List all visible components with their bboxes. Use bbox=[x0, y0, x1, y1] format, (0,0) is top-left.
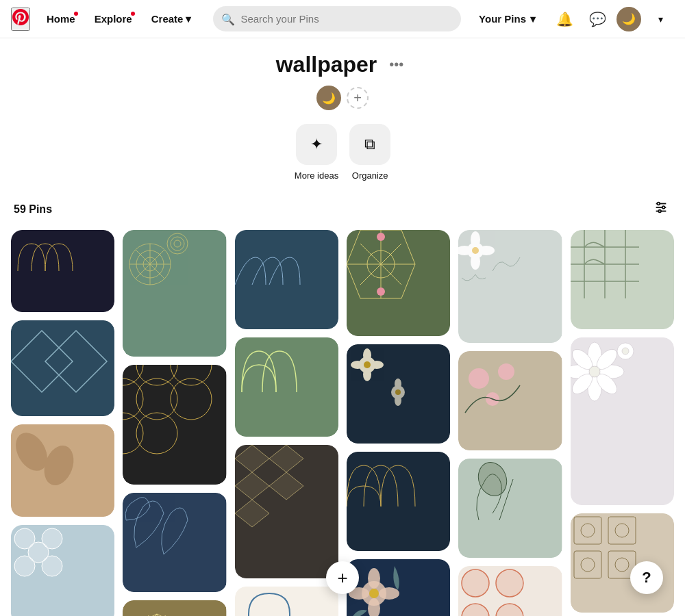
filter-button[interactable] bbox=[651, 197, 671, 222]
chevron-down-icon: ▾ bbox=[530, 13, 536, 25]
pin-card[interactable] bbox=[235, 337, 338, 437]
messages-button[interactable]: 💬 bbox=[584, 5, 611, 33]
board-owner-avatar[interactable]: 🌙 bbox=[316, 86, 341, 110]
board-collaborators: 🌙 + bbox=[0, 86, 685, 110]
pins-count: 59 Pins bbox=[14, 203, 52, 216]
pin-card[interactable] bbox=[458, 566, 562, 616]
notifications-button[interactable]: 🔔 bbox=[551, 5, 578, 33]
pin-card[interactable] bbox=[11, 320, 114, 416]
nav-explore[interactable]: Explore bbox=[86, 8, 140, 31]
organize-button[interactable]: ⧉ Organize bbox=[349, 124, 390, 181]
svg-point-5 bbox=[658, 210, 661, 213]
pin-card[interactable] bbox=[235, 445, 338, 578]
pin-card[interactable] bbox=[123, 365, 226, 485]
svg-point-4 bbox=[662, 206, 665, 209]
nav-links: Home Explore Create ▾ bbox=[38, 8, 199, 31]
board-header: wallpaper ••• 🌙 + ✦ More ideas ⧉ Organiz… bbox=[0, 38, 685, 192]
nav-home-dot bbox=[74, 12, 78, 16]
search-input[interactable] bbox=[213, 6, 461, 31]
pin-card[interactable] bbox=[347, 452, 450, 551]
nav-explore-dot bbox=[131, 12, 135, 16]
organize-icon: ⧉ bbox=[349, 124, 390, 165]
pin-card[interactable] bbox=[123, 230, 226, 357]
pin-card[interactable] bbox=[235, 587, 338, 616]
pin-card[interactable] bbox=[458, 351, 562, 450]
pins-grid bbox=[0, 230, 685, 616]
pin-card[interactable] bbox=[347, 344, 450, 444]
svg-point-3 bbox=[658, 203, 660, 205]
help-button[interactable]: ? bbox=[630, 561, 663, 594]
search-icon: 🔍 bbox=[221, 12, 235, 25]
pin-card[interactable] bbox=[458, 459, 562, 558]
pin-card[interactable] bbox=[571, 513, 674, 613]
avatar[interactable]: 🌙 bbox=[616, 7, 641, 31]
more-ideas-icon: ✦ bbox=[296, 124, 337, 165]
pin-card[interactable] bbox=[123, 600, 226, 616]
board-actions: ✦ More ideas ⧉ Organize bbox=[0, 124, 685, 181]
pin-card[interactable] bbox=[235, 230, 338, 329]
pin-card[interactable] bbox=[11, 424, 114, 517]
pin-card[interactable] bbox=[11, 525, 114, 616]
search-container: 🔍 bbox=[213, 6, 461, 31]
add-pin-fab[interactable]: + bbox=[326, 561, 359, 594]
pin-card[interactable] bbox=[571, 230, 674, 329]
board-menu-button[interactable]: ••• bbox=[384, 54, 409, 75]
pin-card[interactable] bbox=[571, 337, 674, 505]
pin-card[interactable] bbox=[347, 559, 450, 616]
account-dropdown-button[interactable]: ▾ bbox=[647, 5, 674, 33]
navbar: Home Explore Create ▾ 🔍 Your Pins ▾ 🔔 💬 … bbox=[0, 0, 685, 38]
pin-card[interactable] bbox=[123, 493, 226, 592]
pinterest-logo[interactable] bbox=[11, 8, 30, 31]
board-title-row: wallpaper ••• bbox=[0, 52, 685, 77]
nav-right: Your Pins ▾ 🔔 💬 🌙 ▾ bbox=[469, 5, 674, 33]
pin-card[interactable] bbox=[458, 230, 562, 343]
chevron-down-icon: ▾ bbox=[186, 13, 191, 25]
pin-card[interactable] bbox=[347, 230, 450, 336]
nav-home[interactable]: Home bbox=[38, 8, 84, 31]
pins-bar: 59 Pins bbox=[0, 192, 685, 230]
add-collaborator-button[interactable]: + bbox=[347, 87, 369, 109]
nav-create[interactable]: Create ▾ bbox=[143, 8, 200, 31]
pin-card[interactable] bbox=[11, 230, 114, 312]
more-ideas-button[interactable]: ✦ More ideas bbox=[295, 124, 338, 181]
board-title: wallpaper bbox=[276, 52, 377, 77]
your-pins-button[interactable]: Your Pins ▾ bbox=[469, 8, 545, 31]
